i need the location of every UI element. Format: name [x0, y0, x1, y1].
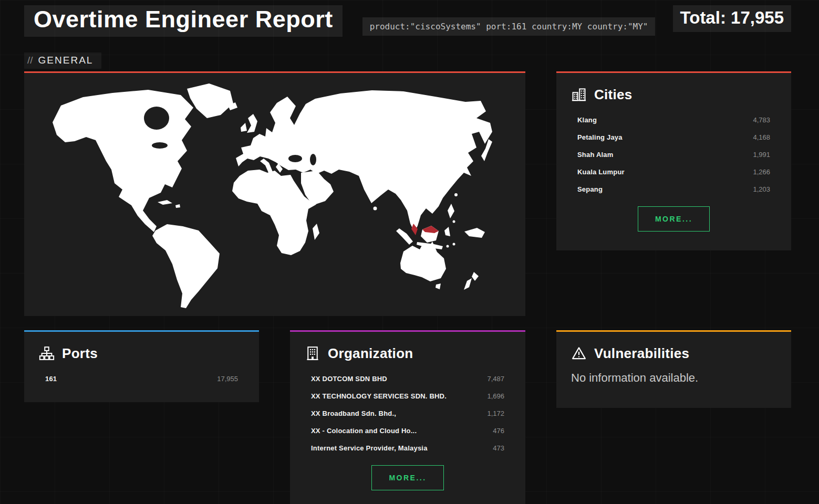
cities-card-title: Cities: [594, 87, 633, 103]
city-name: Petaling Jaya: [577, 133, 623, 141]
vulnerabilities-card: Vulnerabilities No information available…: [556, 330, 791, 408]
port-row: 161 17,955: [45, 370, 238, 387]
city-name: Kuala Lumpur: [577, 168, 625, 176]
city-row: Klang 4,783: [577, 111, 770, 129]
city-row: Sepang 1,203: [577, 181, 770, 198]
organization-count: 476: [493, 427, 504, 435]
organization-name: XX Broadband Sdn. Bhd.,: [311, 410, 396, 417]
page-header: Overtime Engineer Report product:"ciscoS…: [24, 5, 791, 37]
organization-name: XX - Colocation and Cloud Ho...: [311, 427, 417, 435]
map-card: [24, 71, 525, 316]
cities-card-header: Cities: [556, 73, 791, 108]
organization-count: 1,172: [487, 410, 504, 417]
port-number: 161: [45, 375, 57, 383]
cards-grid: Cities Klang 4,783 Petaling Jaya 4,168 S…: [24, 71, 791, 504]
warning-icon: [571, 345, 587, 361]
organization-name: XX DOTCOM SDN BHD: [311, 375, 387, 383]
network-icon: [39, 345, 55, 361]
vulnerabilities-card-title: Vulnerabilities: [594, 345, 689, 362]
organization-row: XX TECHNOLOGY SERVICES SDN. BHD. 1,696: [311, 387, 504, 405]
ports-card-title: Ports: [62, 345, 98, 362]
map-land: [53, 83, 492, 308]
section-label: //GENERAL: [24, 52, 101, 69]
vulnerabilities-card-header: Vulnerabilities: [556, 332, 791, 367]
city-row: Kuala Lumpur 1,266: [577, 163, 770, 181]
city-count: 1,991: [753, 151, 770, 159]
ports-list: 161 17,955: [24, 367, 259, 387]
city-row: Petaling Jaya 4,168: [577, 129, 770, 146]
city-name: Klang: [577, 116, 597, 124]
organization-row: XX DOTCOM SDN BHD 7,487: [311, 370, 504, 387]
vulnerabilities-empty-message: No information available.: [556, 367, 791, 387]
ports-card: Ports 161 17,955: [24, 330, 259, 402]
organization-row: XX Broadband Sdn. Bhd., 1,172: [311, 405, 504, 422]
cities-more-button[interactable]: MORE...: [638, 206, 710, 232]
search-query: product:"ciscoSystems" port:161 country:…: [362, 17, 656, 36]
cities-card: Cities Klang 4,783 Petaling Jaya 4,168 S…: [556, 71, 791, 250]
total-value: 17,955: [731, 8, 784, 27]
port-count: 17,955: [217, 375, 238, 383]
cities-icon: [571, 87, 587, 102]
organization-row: Internet Service Provider, Malaysia 473: [311, 439, 504, 457]
page-title: Overtime Engineer Report: [24, 5, 343, 37]
total-label: Total:: [680, 8, 726, 27]
organization-name: Internet Service Provider, Malaysia: [311, 444, 428, 452]
organization-list: XX DOTCOM SDN BHD 7,487 XX TECHNOLOGY SE…: [290, 367, 525, 457]
world-map: [24, 73, 525, 316]
city-row: Shah Alam 1,991: [577, 146, 770, 163]
section-title: GENERAL: [38, 55, 94, 66]
city-count: 1,266: [753, 168, 770, 176]
organization-count: 473: [493, 444, 504, 452]
organization-count: 7,487: [487, 375, 504, 383]
ports-card-header: Ports: [24, 332, 259, 367]
organization-row: XX - Colocation and Cloud Ho... 476: [311, 422, 504, 439]
report-page: Overtime Engineer Report product:"ciscoS…: [0, 0, 819, 504]
building-icon: [305, 345, 320, 361]
section-prefix: //: [27, 55, 33, 66]
organization-card: Organization XX DOTCOM SDN BHD 7,487 XX …: [290, 330, 525, 504]
organization-name: XX TECHNOLOGY SERVICES SDN. BHD.: [311, 392, 447, 400]
city-count: 1,203: [753, 185, 770, 193]
organization-count: 1,696: [487, 392, 504, 400]
city-name: Shah Alam: [577, 151, 614, 159]
city-count: 4,168: [753, 133, 770, 141]
total-count: Total: 17,955: [673, 5, 791, 32]
organization-card-title: Organization: [328, 345, 413, 362]
cities-list: Klang 4,783 Petaling Jaya 4,168 Shah Ala…: [556, 108, 791, 198]
organization-card-header: Organization: [290, 332, 525, 367]
organization-more-button[interactable]: MORE...: [371, 465, 443, 490]
city-count: 4,783: [753, 116, 770, 124]
city-name: Sepang: [577, 185, 603, 193]
